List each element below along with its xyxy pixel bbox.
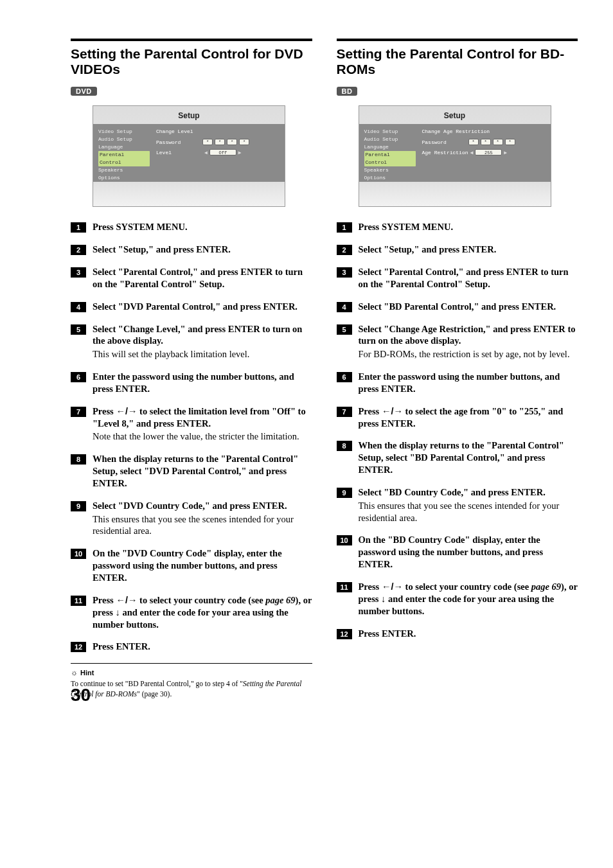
osd-password-box: * [239, 139, 249, 145]
hint-rule [71, 663, 312, 664]
hint-text: To continue to set "BD Parental Control,… [71, 679, 312, 699]
section-rule [337, 39, 578, 41]
osd-menu-item: Speakers [364, 166, 416, 174]
step-number: 3 [71, 267, 86, 278]
section-title: Setting the Parental Control for BD-ROMs [337, 46, 578, 77]
osd-password-box: * [215, 139, 225, 145]
osd-menu-item: Language [98, 143, 150, 151]
step-text: Press SYSTEM MENU. [359, 222, 454, 232]
step-text: Press [359, 581, 382, 592]
step-number: 12 [337, 629, 352, 639]
arrow-down-icon: ↓ [116, 607, 120, 617]
step-number: 2 [71, 245, 86, 255]
step-number: 7 [71, 407, 86, 417]
step-number: 11 [71, 596, 86, 606]
step-number: 4 [337, 302, 352, 312]
step-number: 5 [71, 324, 86, 335]
step-text: On the "DVD Country Code" display, enter… [93, 548, 282, 583]
osd-row-label: Age Restriction [422, 150, 468, 155]
step-text: and enter the code for your area using t… [93, 607, 289, 630]
step-number: 1 [71, 222, 86, 233]
osd-password-box: * [227, 139, 237, 145]
arrow-left-right-icon: ←/→ [116, 595, 137, 605]
step-note: This will set the playback limitation le… [93, 348, 312, 360]
osd-pane: Change Level Password * * * * Level ◀ Of… [156, 128, 280, 177]
osd-menu-item: Language [364, 143, 416, 151]
page-reference: page 69 [531, 581, 561, 592]
arrow-left-right-icon: ←/→ [116, 406, 137, 416]
step-note: For BD-ROMs, the restriction is set by a… [359, 348, 578, 360]
osd-screenshot-bd: Setup Video Setup Audio Setup Language P… [359, 105, 551, 207]
osd-row-label: Password [422, 139, 468, 145]
page-number: 30 [71, 685, 91, 705]
osd-screenshot-dvd: Setup Video Setup Audio Setup Language P… [93, 105, 285, 207]
step-text: Press [359, 406, 382, 416]
osd-row-label: Level [156, 150, 202, 155]
section-rule [71, 39, 312, 41]
step-text: Select "Change Age Restriction," and pre… [359, 324, 576, 346]
osd-menu: Video Setup Audio Setup Language Parenta… [364, 128, 416, 177]
format-badge-bd: BD [337, 87, 358, 96]
step-number: 5 [337, 324, 352, 335]
osd-pane: Change Age Restriction Password * * * * … [422, 128, 546, 177]
step-number: 7 [337, 407, 352, 417]
osd-menu: Video Setup Audio Setup Language Parenta… [98, 128, 150, 177]
osd-title: Setup [359, 106, 551, 124]
step-number: 8 [337, 441, 352, 451]
step-note: This ensures that you see the scenes int… [93, 513, 312, 538]
step-note: Note that the lower the value, the stric… [93, 430, 312, 443]
step-number: 4 [71, 302, 86, 312]
step-text: Press SYSTEM MENU. [93, 222, 188, 232]
step-text: Press [93, 406, 116, 416]
osd-title: Setup [93, 106, 285, 124]
arrow-left-icon: ◀ [470, 150, 474, 155]
arrow-right-icon: ▶ [238, 150, 242, 155]
step-number: 8 [71, 454, 86, 465]
steps-list: 1 Press SYSTEM MENU. 2 Select "Setup," a… [337, 221, 578, 639]
step-number: 1 [337, 222, 352, 233]
step-text: When the display returns to the "Parenta… [93, 454, 298, 488]
step-text: to select your country code (see [403, 581, 531, 592]
step-number: 3 [337, 267, 352, 278]
osd-menu-item: Video Setup [364, 128, 416, 136]
osd-menu-item: Speakers [98, 166, 150, 174]
osd-pane-title: Change Age Restriction [422, 128, 546, 134]
step-number: 6 [71, 372, 86, 382]
step-number: 10 [337, 535, 352, 545]
step-number: 9 [71, 501, 86, 511]
step-text: Select "Parental Control," and press ENT… [93, 267, 303, 289]
arrow-left-icon: ◀ [204, 150, 208, 155]
step-text: Select "Setup," and press ENTER. [93, 244, 231, 254]
osd-value: Off [209, 149, 236, 155]
arrow-right-icon: ▶ [504, 150, 507, 155]
osd-value: 255 [475, 149, 502, 155]
osd-menu-item: Options [364, 174, 416, 182]
hint-label: Hint [80, 669, 94, 677]
step-number: 10 [71, 549, 86, 559]
osd-pane-title: Change Level [156, 128, 280, 134]
step-text: Select "Parental Control," and press ENT… [359, 267, 569, 289]
step-text: and enter the code for your area using t… [359, 594, 555, 616]
section-title: Setting the Parental Control for DVD VID… [71, 46, 312, 77]
osd-password-box: * [468, 139, 479, 145]
step-text: Select "Setup," and press ENTER. [359, 244, 497, 254]
step-number: 2 [337, 245, 352, 255]
osd-menu-item: Options [98, 174, 150, 182]
step-note: This ensures that you see the scenes int… [359, 500, 578, 524]
osd-menu-item: Video Setup [98, 128, 150, 136]
osd-password-box: * [202, 139, 213, 145]
osd-password-box: * [481, 139, 491, 145]
osd-password-box: * [493, 139, 503, 145]
osd-password-box: * [505, 139, 515, 145]
step-text: Enter the password using the number butt… [359, 371, 560, 394]
steps-list: 1 Press SYSTEM MENU. 2 Select "Setup," a… [71, 221, 312, 653]
step-number: 6 [337, 372, 352, 382]
arrow-left-right-icon: ←/→ [382, 581, 403, 592]
step-text: When the display returns to the "Parenta… [359, 440, 564, 475]
step-number: 11 [337, 582, 352, 592]
left-column: Setting the Parental Control for DVD VID… [71, 39, 312, 699]
osd-row-label: Password [156, 139, 202, 145]
right-column: Setting the Parental Control for BD-ROMs… [337, 39, 578, 699]
step-text: Select "DVD Parental Control," and press… [93, 301, 298, 312]
format-badge-dvd: DVD [71, 87, 97, 96]
